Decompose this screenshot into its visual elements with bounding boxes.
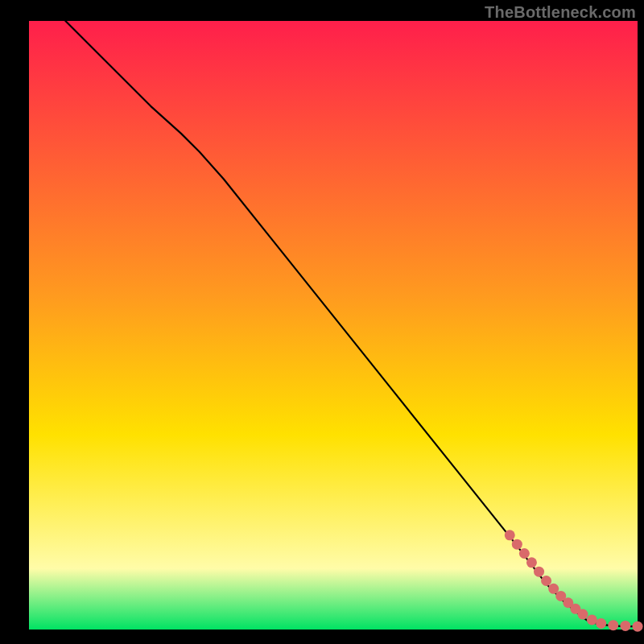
watermark-text: TheBottleneck.com bbox=[485, 3, 636, 22]
data-dot bbox=[608, 620, 618, 630]
data-dot bbox=[534, 567, 544, 577]
chart-container: TheBottleneck.com bbox=[0, 0, 644, 644]
data-dot bbox=[526, 557, 537, 568]
data-dot bbox=[505, 530, 515, 540]
data-dot bbox=[512, 539, 522, 550]
data-dot bbox=[596, 618, 606, 629]
data-dot bbox=[541, 576, 551, 586]
chart-svg bbox=[0, 0, 644, 644]
data-dot bbox=[620, 621, 630, 631]
data-dot bbox=[587, 614, 597, 625]
data-dot bbox=[577, 609, 588, 620]
data-dot bbox=[519, 548, 530, 559]
plot-background bbox=[29, 21, 638, 630]
data-dot bbox=[633, 621, 643, 632]
